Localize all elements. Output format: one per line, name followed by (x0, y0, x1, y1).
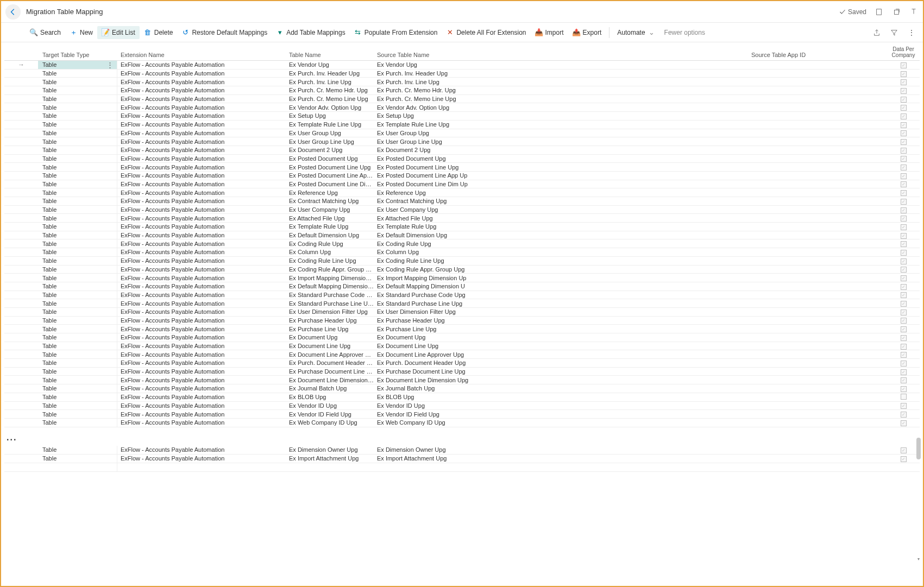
cell-source-name[interactable]: Ex Vendor ID Field Upg (374, 411, 748, 418)
table-row[interactable]: TableExFlow - Accounts Payable Automatio… (4, 402, 920, 411)
table-row[interactable]: TableExFlow - Accounts Payable Automatio… (4, 155, 920, 163)
cell-table-name[interactable]: Ex Dimension Owner Upg (286, 446, 374, 453)
table-row[interactable]: TableExFlow - Accounts Payable Automatio… (4, 223, 920, 231)
cell-source-name[interactable]: Ex Coding Rule Appr. Group Upg (374, 266, 748, 273)
table-row[interactable]: TableExFlow - Accounts Payable Automatio… (4, 188, 920, 197)
table-row[interactable]: TableExFlow - Accounts Payable Automatio… (4, 206, 920, 214)
col-source-app[interactable]: Source Table App ID (748, 52, 887, 58)
checkbox[interactable] (901, 148, 907, 154)
cell-target-type[interactable]: Table (38, 78, 117, 86)
checkbox[interactable] (901, 344, 907, 350)
checkbox[interactable] (901, 250, 907, 256)
checkbox[interactable] (901, 88, 907, 94)
cell-table-name[interactable]: Ex BLOB Upg (286, 394, 374, 400)
checkbox[interactable] (901, 156, 907, 162)
checkbox[interactable] (901, 420, 907, 426)
cell-target-type[interactable]: Table (38, 86, 117, 94)
cell-data-per-company[interactable] (887, 368, 920, 375)
cell-data-per-company[interactable] (887, 376, 920, 383)
checkbox[interactable] (901, 224, 907, 230)
cell-table-name[interactable]: Ex Purchase Header Upg (286, 317, 374, 324)
scroll-thumb[interactable] (916, 438, 921, 459)
cell-table-name[interactable]: Ex Column Upg (286, 249, 374, 255)
cell-extension[interactable]: ExFlow - Accounts Payable Automation (117, 172, 286, 179)
cell-target-type[interactable]: Table (38, 103, 117, 111)
cell-source-name[interactable]: Ex Vendor Upg (374, 61, 748, 68)
cell-extension[interactable]: ExFlow - Accounts Payable Automation (117, 377, 286, 383)
checkbox[interactable] (901, 241, 907, 247)
import-button[interactable]: 📥Import (531, 26, 568, 39)
cell-table-name[interactable]: Ex Vendor ID Upg (286, 402, 374, 409)
cell-source-name[interactable]: Ex User Dimension Filter Upg (374, 308, 748, 315)
cell-table-name[interactable]: Ex Coding Rule Upg (286, 241, 374, 247)
cell-source-name[interactable]: Ex Purch. Cr. Memo Line Upg (374, 96, 748, 102)
cell-source-name[interactable]: Ex Attached File Upg (374, 215, 748, 222)
cell-extension[interactable]: ExFlow - Accounts Payable Automation (117, 419, 286, 426)
table-row[interactable]: TableExFlow - Accounts Payable Automatio… (4, 393, 920, 402)
cell-source-name[interactable]: Ex Document 2 Upg (374, 147, 748, 153)
table-row-empty[interactable] (4, 463, 920, 472)
cell-extension[interactable]: ExFlow - Accounts Payable Automation (117, 223, 286, 230)
cell-source-name[interactable]: Ex Posted Document Line Dim Up (374, 181, 748, 187)
cell-target-type[interactable]: Table (38, 223, 117, 231)
cell-target-type[interactable]: Table (38, 188, 117, 197)
checkbox[interactable] (901, 181, 907, 187)
table-row[interactable]: TableExFlow - Accounts Payable Automatio… (4, 239, 920, 248)
table-row[interactable]: TableExFlow - Accounts Payable Automatio… (4, 163, 920, 172)
cell-extension[interactable]: ExFlow - Accounts Payable Automation (117, 79, 286, 85)
cell-table-name[interactable]: Ex Purch. Cr. Memo Hdr. Upg (286, 87, 374, 93)
cell-target-type[interactable]: Table (38, 206, 117, 214)
cell-data-per-company[interactable] (887, 180, 920, 187)
cell-target-type[interactable]: Table (38, 419, 117, 427)
cell-source-name[interactable]: Ex Posted Document Line Upg (374, 164, 748, 171)
checkbox[interactable] (901, 292, 907, 298)
cell-target-type[interactable]: Table (38, 155, 117, 163)
cell-table-name[interactable]: Ex Vendor Upg (286, 61, 374, 68)
cell-data-per-company[interactable] (887, 163, 920, 171)
cell-extension[interactable]: ExFlow - Accounts Payable Automation (117, 308, 286, 315)
cell-extension[interactable]: ExFlow - Accounts Payable Automation (117, 181, 286, 187)
cell-table-name[interactable]: Ex Posted Document Line Upg (286, 164, 374, 171)
cell-data-per-company[interactable] (887, 155, 920, 162)
cell-target-type[interactable]: Table (38, 239, 117, 248)
cell-extension[interactable]: ExFlow - Accounts Payable Automation (117, 343, 286, 349)
checkbox[interactable] (901, 258, 907, 264)
back-button[interactable] (5, 4, 21, 20)
cell-table-name[interactable]: Ex Reference Upg (286, 190, 374, 196)
checkbox[interactable] (901, 233, 907, 239)
cell-data-per-company[interactable] (887, 172, 920, 179)
cell-extension[interactable]: ExFlow - Accounts Payable Automation (117, 351, 286, 358)
cell-extension[interactable]: ExFlow - Accounts Payable Automation (117, 190, 286, 196)
cell-target-type[interactable]: Table (38, 266, 117, 274)
cell-target-type[interactable]: Table (38, 180, 117, 188)
filter-button[interactable] (889, 28, 899, 37)
checkbox[interactable] (901, 105, 907, 111)
cell-target-type[interactable]: Table (38, 455, 117, 463)
table-row[interactable]: TableExFlow - Accounts Payable Automatio… (4, 86, 920, 95)
cell-extension[interactable]: ExFlow - Accounts Payable Automation (117, 61, 286, 68)
cell-target-type[interactable]: Table (38, 112, 117, 120)
cell-source-name[interactable]: Ex Posted Document Line App Up (374, 172, 748, 179)
cell-data-per-company[interactable] (887, 70, 920, 77)
cell-data-per-company[interactable] (887, 121, 920, 128)
cell-target-type[interactable]: Table (38, 376, 117, 384)
cell-extension[interactable]: ExFlow - Accounts Payable Automation (117, 283, 286, 289)
table-row[interactable]: TableExFlow - Accounts Payable Automatio… (4, 172, 920, 180)
cell-table-name[interactable]: Ex Journal Batch Upg (286, 385, 374, 392)
table-row[interactable]: TableExFlow - Accounts Payable Automatio… (4, 257, 920, 266)
cell-extension[interactable]: ExFlow - Accounts Payable Automation (117, 96, 286, 102)
cell-source-name[interactable]: Ex Posted Document Upg (374, 155, 748, 162)
cell-source-name[interactable]: Ex Purchase Line Upg (374, 326, 748, 332)
table-row[interactable]: TableExFlow - Accounts Payable Automatio… (4, 197, 920, 206)
cell-extension[interactable]: ExFlow - Accounts Payable Automation (117, 87, 286, 93)
cell-target-type[interactable]: Table (38, 291, 117, 299)
cell-table-name[interactable]: Ex Coding Rule Appr. Group Upg (286, 266, 374, 273)
cell-table-name[interactable]: Ex Document Line Dimension Upg (286, 377, 374, 383)
cell-table-name[interactable]: Ex Import Attachment Upg (286, 455, 374, 462)
cell-extension[interactable]: ExFlow - Accounts Payable Automation (117, 112, 286, 119)
cell-target-type[interactable]: Table (38, 121, 117, 129)
cell-source-name[interactable]: Ex Purchase Document Line Upg (374, 368, 748, 375)
cell-target-type[interactable]: Table (38, 393, 117, 401)
cell-table-name[interactable]: Ex Document 2 Upg (286, 147, 374, 153)
col-target-type[interactable]: Target Table Type (38, 52, 117, 58)
